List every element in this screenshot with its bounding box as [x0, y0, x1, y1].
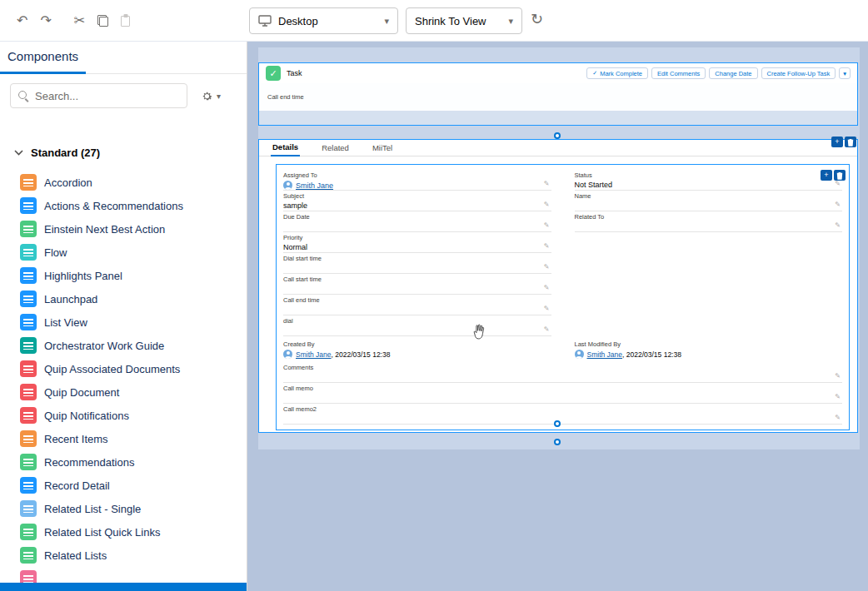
component-list-item[interactable]: Quip Document	[0, 380, 247, 404]
device-selector[interactable]: Desktop ▾	[249, 7, 398, 34]
record-field-assigned-to[interactable]: Assigned To Smith Jane ✎	[283, 170, 551, 191]
component-list-item[interactable]: Highlights Panel	[0, 264, 247, 287]
component-list-item[interactable]: Accordion	[0, 171, 247, 194]
add-component-button[interactable]: +	[821, 170, 832, 181]
record-field[interactable]: Call memo ✎	[283, 383, 842, 404]
tab-components[interactable]: Components	[0, 42, 86, 74]
record-selection-actions: +	[821, 170, 846, 181]
record-field[interactable]: Subject sample ✎	[283, 191, 551, 211]
edit-pencil-icon[interactable]: ✎	[835, 201, 841, 208]
selection-handle[interactable]	[554, 132, 561, 139]
settings-menu-button[interactable]: ▾	[201, 90, 221, 102]
field-label: Call end time	[283, 296, 551, 304]
edit-pencil-icon[interactable]: ✎	[544, 325, 550, 333]
field-value	[283, 264, 551, 273]
view-scale-selector[interactable]: Shrink To View ▾	[406, 7, 522, 34]
record-field[interactable]: Call start time ✎	[283, 274, 551, 295]
record-field-columns: Assigned To Smith Jane ✎ Subject sample …	[283, 170, 842, 336]
created-by-link[interactable]: Smith Jane	[296, 350, 332, 359]
field-value	[283, 415, 842, 424]
mark-complete-button[interactable]: ✓ Mark Complete	[586, 67, 648, 79]
add-component-button[interactable]: +	[831, 137, 843, 147]
edit-pencil-icon[interactable]: ✎	[544, 201, 550, 208]
record-field[interactable]: Due Date ✎	[283, 211, 551, 232]
record-field[interactable]: Call memo2 ✎	[283, 404, 842, 425]
record-field[interactable]: Comments ✎	[283, 362, 842, 383]
edit-pencil-icon[interactable]: ✎	[544, 263, 550, 271]
component-list-item[interactable]: List View	[0, 310, 247, 334]
refresh-button[interactable]: ↻	[531, 10, 543, 28]
component-list-item[interactable]: Orchestrator Work Guide	[0, 334, 247, 357]
redo-button[interactable]: ↷	[40, 14, 51, 27]
tab-miitel[interactable]: MiiTel	[371, 143, 394, 156]
delete-component-button[interactable]	[845, 137, 856, 147]
lightning-app-builder: ↶ ↷ ✂ Desktop ▾ Shrink To View ▾ ↻ Compo…	[0, 0, 868, 591]
paste-button[interactable]	[121, 15, 130, 27]
standard-section-header[interactable]: Standard (27)	[14, 147, 247, 159]
field-label: Assigned To	[283, 171, 551, 179]
selection-handle[interactable]	[554, 420, 561, 427]
edit-pencil-icon[interactable]: ✎	[835, 372, 841, 380]
view-scale-value: Shrink To View	[415, 15, 486, 27]
selection-handle[interactable]	[554, 439, 561, 445]
record-field[interactable]: Priority Normal ✎	[283, 232, 551, 253]
delete-component-button[interactable]	[834, 170, 846, 181]
cut-button[interactable]: ✂	[74, 14, 85, 27]
more-actions-dropdown-button[interactable]: ▾	[839, 67, 851, 79]
assigned-to-link[interactable]: Smith Jane	[296, 181, 333, 190]
edit-pencil-icon[interactable]: ✎	[835, 393, 841, 400]
highlights-panel-component[interactable]: ✓ Task ✓ Mark Complete Edit Comments Cha…	[258, 62, 858, 126]
search-input[interactable]	[35, 90, 182, 102]
component-list-item[interactable]: Einstein Next Best Action	[0, 217, 247, 241]
component-list-item[interactable]: Record Detail	[0, 474, 247, 497]
record-field[interactable]: Call end time ✎	[283, 295, 551, 315]
highlights-bottom-band	[259, 111, 857, 125]
record-detail-component[interactable]: + Assigned To Smith Jane	[276, 164, 850, 430]
edit-comments-button[interactable]: Edit Comments	[651, 67, 706, 79]
edit-pencil-icon[interactable]: ✎	[544, 305, 550, 312]
component-list-item[interactable]: Quip Associated Documents	[0, 357, 247, 380]
field-label: Related To	[575, 213, 843, 221]
component-list-item[interactable]: Launchpad	[0, 287, 247, 310]
check-icon: ✓	[269, 68, 277, 79]
edit-pencil-icon[interactable]: ✎	[544, 180, 550, 187]
field-value	[283, 285, 551, 294]
component-list-item[interactable]: Actions & Recommendations	[0, 194, 247, 217]
component-list-item[interactable]: Related List - Single	[0, 497, 247, 520]
component-list-item[interactable]: Recent Items	[0, 427, 247, 450]
edit-pencil-icon[interactable]: ✎	[544, 221, 550, 229]
undo-icon: ↶	[17, 14, 27, 27]
create-follow-up-task-button[interactable]: Create Follow-Up Task	[761, 67, 836, 79]
component-icon	[20, 500, 37, 517]
sidebar-tab-row: Components	[0, 42, 247, 74]
tab-related[interactable]: Related	[320, 143, 351, 156]
edit-pencil-icon[interactable]: ✎	[835, 221, 841, 229]
undo-button[interactable]: ↶	[17, 14, 27, 27]
record-field[interactable]: dial ✎	[283, 315, 551, 336]
record-field[interactable]: Dial start time ✎	[283, 253, 551, 274]
record-field[interactable]: Status Not Started ✎	[575, 170, 843, 191]
component-list-item[interactable]: Related List Quick Links	[0, 520, 247, 544]
tab-bar: Details Related MiiTel	[259, 140, 857, 156]
component-list-item[interactable]: Recommendations	[0, 450, 247, 474]
record-left-column: Assigned To Smith Jane ✎ Subject sample …	[283, 170, 551, 336]
component-list-item[interactable]: Related Lists	[0, 544, 247, 567]
tab-details[interactable]: Details	[271, 142, 300, 156]
copy-button[interactable]	[97, 15, 108, 27]
record-field[interactable]: Name ✎	[575, 191, 843, 211]
field-label: Call memo2	[283, 405, 842, 413]
change-date-button[interactable]: Change Date	[709, 67, 757, 79]
field-label: Dial start time	[283, 255, 551, 262]
edit-pencil-icon[interactable]: ✎	[544, 284, 550, 291]
edit-pencil-icon[interactable]: ✎	[544, 242, 550, 250]
tabs-component[interactable]: + Details Related MiiTel +	[258, 139, 858, 433]
field-label: Created By	[283, 340, 551, 348]
last-modified-by-link[interactable]: Smith Jane	[587, 350, 623, 359]
page-preview: ✓ Task ✓ Mark Complete Edit Comments Cha…	[258, 47, 860, 449]
edit-pencil-icon[interactable]: ✎	[835, 180, 841, 187]
chevron-down-icon: ▾	[217, 92, 221, 101]
component-list-item[interactable]: Quip Notifications	[0, 404, 247, 427]
edit-pencil-icon[interactable]: ✎	[835, 414, 841, 421]
component-list-item[interactable]: Flow	[0, 241, 247, 264]
record-field[interactable]: Related To ✎	[575, 211, 843, 232]
